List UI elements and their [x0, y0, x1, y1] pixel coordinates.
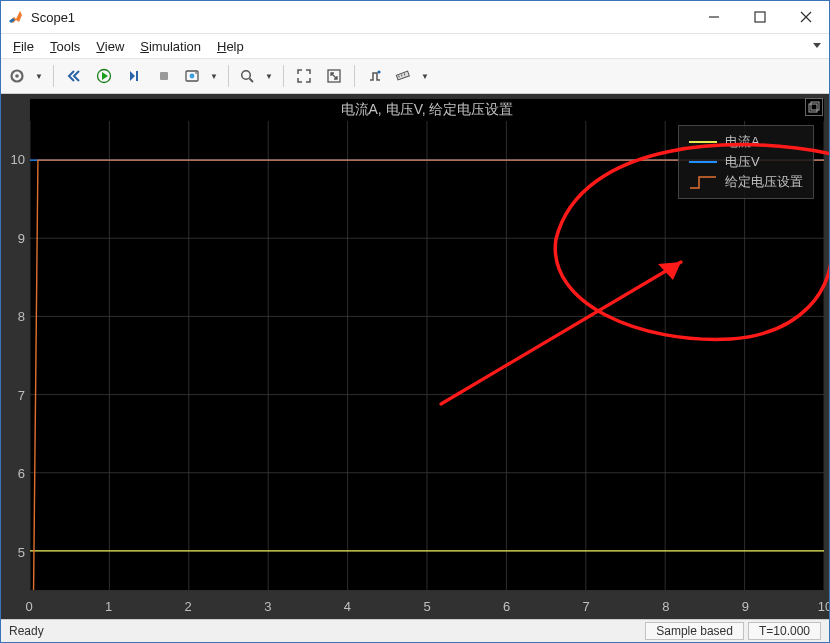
y-tick-label: 9 [18, 230, 25, 245]
stop-button[interactable] [150, 62, 178, 90]
menu-simulation[interactable]: Simulation [134, 37, 211, 56]
maximize-button[interactable] [737, 1, 783, 33]
status-ready: Ready [9, 624, 44, 638]
legend-swatch [689, 175, 717, 189]
x-tick-label: 8 [662, 599, 669, 614]
caret-down-icon: ▼ [35, 72, 43, 81]
legend-item: 电压V [689, 152, 803, 172]
measurements-button[interactable]: ▼ [391, 62, 433, 90]
svg-line-17 [399, 75, 400, 77]
toolbar-separator [53, 65, 54, 87]
titlebar: Scope1 [1, 1, 829, 34]
caret-down-icon: ▼ [265, 72, 273, 81]
snapshot-button[interactable]: ▼ [180, 62, 222, 90]
legend-label: 电流A [725, 132, 760, 152]
svg-rect-37 [809, 104, 817, 112]
x-tick-label: 0 [25, 599, 32, 614]
app-window: Scope1 File Tools View Simulation Help ▼ [0, 0, 830, 643]
chart-area: 电流A, 电压V, 给定电压设置 电流A 电压V 给定电压设置 [1, 94, 829, 619]
matlab-icon [7, 8, 25, 26]
autofit-button[interactable] [290, 62, 318, 90]
menubar-corner-icon[interactable] [811, 40, 823, 52]
legend-item: 给定电压设置 [689, 172, 803, 192]
x-tick-label: 7 [583, 599, 590, 614]
x-tick-label: 2 [185, 599, 192, 614]
y-tick-label: 6 [18, 466, 25, 481]
status-bar: Ready Sample based T=10.000 [1, 619, 829, 642]
menu-tools[interactable]: Tools [44, 37, 90, 56]
config-button[interactable]: ▼ [5, 62, 47, 90]
svg-point-5 [15, 74, 19, 78]
svg-point-10 [190, 74, 195, 79]
legend-item: 电流A [689, 132, 803, 152]
x-tick-label: 1 [105, 599, 112, 614]
zoom-button[interactable]: ▼ [235, 62, 277, 90]
menu-help[interactable]: Help [211, 37, 254, 56]
legend-swatch [689, 161, 717, 163]
fit-button[interactable] [320, 62, 348, 90]
window-title: Scope1 [31, 10, 75, 25]
y-tick-label: 10 [11, 152, 25, 167]
legend-label: 给定电压设置 [725, 172, 803, 192]
svg-point-11 [195, 72, 197, 74]
status-time: T=10.000 [748, 622, 821, 640]
close-button[interactable] [783, 1, 829, 33]
menubar: File Tools View Simulation Help [1, 34, 829, 59]
restore-axes-button[interactable] [805, 98, 823, 116]
caret-down-icon: ▼ [210, 72, 218, 81]
y-axis-labels: 5678910 [1, 120, 29, 591]
svg-line-18 [401, 74, 402, 76]
toolbar-separator [228, 65, 229, 87]
svg-rect-8 [160, 72, 168, 80]
x-tick-label: 5 [423, 599, 430, 614]
run-button[interactable] [90, 62, 118, 90]
minimize-button[interactable] [691, 1, 737, 33]
svg-rect-7 [136, 71, 138, 81]
toolbar: ▼ ▼ ▼ [1, 59, 829, 94]
triggers-button[interactable] [361, 62, 389, 90]
svg-rect-38 [811, 102, 819, 110]
svg-rect-16 [396, 71, 409, 80]
caret-down-icon: ▼ [421, 72, 429, 81]
menu-file[interactable]: File [7, 37, 44, 56]
status-mode: Sample based [645, 622, 744, 640]
y-tick-label: 5 [18, 544, 25, 559]
x-axis-labels: 012345678910 [29, 595, 825, 619]
x-tick-label: 3 [264, 599, 271, 614]
svg-line-13 [250, 79, 254, 83]
svg-point-15 [377, 70, 380, 73]
step-forward-button[interactable] [120, 62, 148, 90]
svg-line-19 [404, 73, 405, 75]
y-tick-label: 8 [18, 309, 25, 324]
menu-view[interactable]: View [90, 37, 134, 56]
x-tick-label: 6 [503, 599, 510, 614]
toolbar-separator [283, 65, 284, 87]
chart[interactable]: 电流A, 电压V, 给定电压设置 电流A 电压V 给定电压设置 [29, 98, 825, 591]
svg-rect-1 [755, 12, 765, 22]
x-tick-label: 9 [742, 599, 749, 614]
y-tick-label: 7 [18, 387, 25, 402]
x-tick-label: 10 [818, 599, 829, 614]
svg-point-12 [242, 71, 251, 80]
chart-title: 电流A, 电压V, 给定电压设置 [30, 101, 824, 119]
rewind-button[interactable] [60, 62, 88, 90]
toolbar-separator [354, 65, 355, 87]
legend-swatch [689, 141, 717, 143]
chart-legend[interactable]: 电流A 电压V 给定电压设置 [678, 125, 814, 199]
legend-label: 电压V [725, 152, 760, 172]
x-tick-label: 4 [344, 599, 351, 614]
